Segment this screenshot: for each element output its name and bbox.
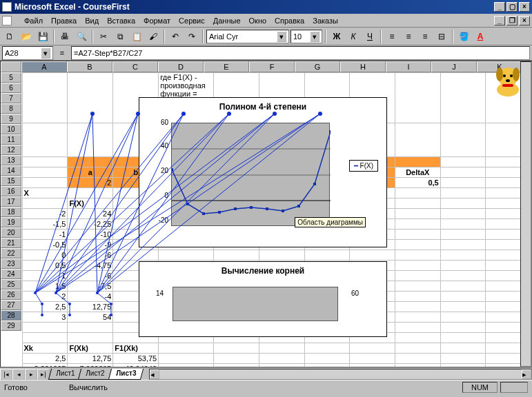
chart-polynomial[interactable]: Полином 4-й степени 60 40 20 0 -20 ━ F(X… xyxy=(139,97,387,247)
minimize-button[interactable]: _ xyxy=(494,2,505,12)
cell-A21[interactable]: 2,5 xyxy=(22,302,68,312)
cell-G27[interactable] xyxy=(304,364,350,368)
cell-I11[interactable] xyxy=(395,198,440,209)
row-header-22[interactable]: 22 xyxy=(1,248,21,258)
chevron-down-icon[interactable]: ▾ xyxy=(310,31,319,42)
cell-B22[interactable]: 54 xyxy=(68,312,113,323)
cell-B26[interactable]: 12,75 xyxy=(68,354,113,364)
row-header-5[interactable]: 5 xyxy=(1,72,21,83)
fill-color-icon[interactable]: 🪣 xyxy=(456,29,471,44)
formula-input[interactable]: =A27-Step*B27/C27 xyxy=(71,46,530,60)
cell-A22[interactable]: 3 xyxy=(22,312,68,323)
cell-J19[interactable] xyxy=(440,281,486,292)
row-header-27[interactable]: 27 xyxy=(1,300,21,310)
cell-I7[interactable] xyxy=(395,157,440,167)
align-left-icon[interactable]: ≡ xyxy=(384,29,400,44)
close-button[interactable]: × xyxy=(519,2,530,12)
vertical-scrollbar[interactable] xyxy=(520,61,531,367)
cell-B12[interactable]: 24 xyxy=(68,209,113,219)
chart-roots[interactable]: Вычисление корней 14 60 xyxy=(139,261,387,337)
cell-J22[interactable] xyxy=(440,312,486,323)
cell-I10[interactable] xyxy=(395,188,440,198)
undo-icon[interactable]: ↶ xyxy=(168,29,183,44)
col-header-B[interactable]: B xyxy=(67,61,112,72)
cell-J20[interactable] xyxy=(440,292,486,302)
underline-button[interactable]: Ч xyxy=(362,29,377,44)
cell-I23[interactable] xyxy=(395,323,440,333)
cell-F27[interactable] xyxy=(259,364,304,368)
cell-J10[interactable] xyxy=(440,188,486,198)
row-header-21[interactable]: 21 xyxy=(1,238,21,248)
cell-J23[interactable] xyxy=(440,323,486,333)
sheet-tab-Лист3[interactable]: Лист3 xyxy=(108,369,143,380)
row-header-6[interactable]: 6 xyxy=(1,83,21,93)
cell-J6[interactable] xyxy=(440,123,486,157)
maximize-button[interactable]: ▢ xyxy=(506,2,518,12)
cell-B23[interactable] xyxy=(68,323,113,333)
cell-I20[interactable] xyxy=(395,292,440,302)
cell-B7[interactable] xyxy=(68,157,113,167)
row-header-17[interactable]: 17 xyxy=(1,196,21,207)
cell-B6[interactable] xyxy=(68,123,113,157)
print-icon[interactable]: 🖶 xyxy=(57,29,72,44)
name-box[interactable]: A28▾ xyxy=(2,46,53,60)
font-color-icon[interactable]: A xyxy=(473,29,488,44)
row-header-16[interactable]: 16 xyxy=(1,186,21,196)
cell-J8[interactable] xyxy=(440,167,486,178)
cell-I8[interactable]: DeltaX xyxy=(395,167,440,178)
cell-A18[interactable]: 1 xyxy=(22,271,68,281)
cell-H27[interactable] xyxy=(350,364,395,368)
cell-I25[interactable] xyxy=(395,343,440,354)
cell-D25[interactable] xyxy=(159,343,214,354)
cell-E25[interactable] xyxy=(214,343,259,354)
font-name-combo[interactable]: Arial Cyr▾ xyxy=(206,30,289,43)
cell-E26[interactable] xyxy=(214,354,259,364)
menu-данные[interactable]: Данные xyxy=(209,17,245,25)
tab-nav-last[interactable]: ▸| xyxy=(37,369,50,380)
cell-A23[interactable] xyxy=(22,323,68,333)
cell-I19[interactable] xyxy=(395,281,440,292)
cell-J9[interactable] xyxy=(440,178,486,188)
cell-H25[interactable] xyxy=(350,343,395,354)
cell-B9[interactable]: 2 xyxy=(68,178,113,188)
tab-nav-prev[interactable]: ◂ xyxy=(12,369,25,380)
menu-сервис[interactable]: Сервис xyxy=(175,17,209,25)
cell-D26[interactable] xyxy=(159,354,214,364)
cell-J18[interactable] xyxy=(440,271,486,281)
menu-файл[interactable]: Файл xyxy=(20,17,47,25)
horizontal-scrollbar[interactable]: ◂ ▸ xyxy=(149,369,532,380)
cell-F25[interactable] xyxy=(259,343,304,354)
cell-J15[interactable] xyxy=(440,240,486,250)
align-center-icon[interactable]: ≡ xyxy=(401,29,416,44)
italic-button[interactable]: К xyxy=(346,29,361,44)
cell-D16[interactable] xyxy=(159,250,214,261)
col-header-A[interactable]: A xyxy=(21,61,67,72)
cell-B20[interactable]: -4 xyxy=(68,292,113,302)
row-header-23[interactable]: 23 xyxy=(1,258,21,269)
menu-окно[interactable]: Окно xyxy=(245,17,271,25)
chevron-down-icon[interactable]: ▾ xyxy=(41,48,50,59)
cell-B18[interactable]: -6 xyxy=(68,271,113,281)
cell-A19[interactable]: 1,5 xyxy=(22,281,68,292)
font-size-combo[interactable]: 10▾ xyxy=(290,30,322,43)
cell-E27[interactable] xyxy=(214,364,259,368)
cell-A27[interactable]: 2,261395 xyxy=(22,364,68,368)
cell-I12[interactable] xyxy=(395,209,440,219)
cell-A9[interactable] xyxy=(22,178,68,188)
row-header-10[interactable]: 10 xyxy=(1,124,21,134)
doc-restore-button[interactable]: ❐ xyxy=(506,16,518,26)
cell-G25[interactable] xyxy=(304,343,350,354)
cell-B14[interactable]: -10 xyxy=(68,230,113,240)
menu-заказы[interactable]: Заказы xyxy=(308,17,342,25)
cell-J5[interactable] xyxy=(440,73,486,123)
preview-icon[interactable]: 🔍 xyxy=(74,29,89,44)
cell-H16[interactable] xyxy=(350,250,395,261)
cell-J27[interactable] xyxy=(440,364,486,368)
cell-A20[interactable]: 2 xyxy=(22,292,68,302)
cell-J7[interactable] xyxy=(440,157,486,167)
cell-C25[interactable]: F1(Xk) xyxy=(113,343,159,354)
row-header-26[interactable]: 26 xyxy=(1,289,21,300)
row-header-15[interactable]: 15 xyxy=(1,176,21,186)
align-right-icon[interactable]: ≡ xyxy=(417,29,433,44)
cell-C16[interactable] xyxy=(113,250,159,261)
